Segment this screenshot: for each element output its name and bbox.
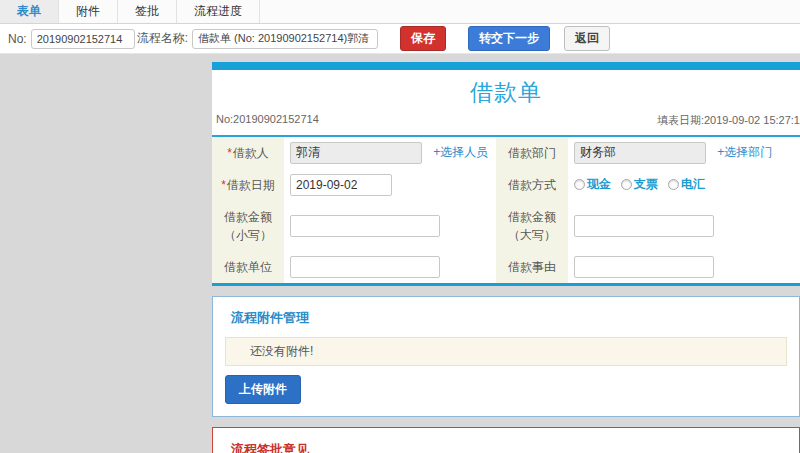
form-fill-date: 填表日期:2019-09-02 15:27:1 bbox=[657, 113, 800, 128]
radio-circle-icon bbox=[574, 179, 585, 190]
process-name-label: 流程名称: bbox=[137, 30, 188, 47]
radio-wire-transfer[interactable]: 电汇 bbox=[668, 176, 705, 193]
department-input[interactable] bbox=[574, 142, 706, 164]
radio-circle-icon bbox=[668, 179, 679, 190]
no-input[interactable] bbox=[31, 29, 135, 49]
tab-bar: 表单 附件 签批 流程进度 bbox=[0, 0, 800, 24]
borrow-method-radios: 现金 支票 电汇 bbox=[574, 176, 705, 193]
attachment-panel: 流程附件管理 还没有附件! 上传附件 bbox=[212, 296, 800, 417]
tab-process-progress[interactable]: 流程进度 bbox=[177, 0, 260, 23]
table-row: 借款单位 借款事由 bbox=[212, 251, 800, 285]
unit-label-cell: 借款单位 bbox=[212, 251, 284, 285]
radio-circle-icon bbox=[621, 179, 632, 190]
borrower-input[interactable] bbox=[290, 142, 422, 164]
process-name-input[interactable] bbox=[192, 29, 378, 49]
amount-lowercase-input[interactable] bbox=[290, 215, 440, 237]
save-button[interactable]: 保存 bbox=[400, 26, 446, 51]
table-row: *借款人 +选择人员 借款部门 +选择部门 bbox=[212, 136, 800, 169]
loan-form-panel: 借款单 No:20190902152714 填表日期:2019-09-02 15… bbox=[212, 62, 800, 286]
action-toolbar: No: 流程名称: 保存 转交下一步 返回 bbox=[0, 24, 800, 54]
panel-accent-bar bbox=[212, 62, 800, 70]
form-number: No:20190902152714 bbox=[216, 113, 319, 128]
required-mark: * bbox=[227, 146, 232, 160]
select-department-link[interactable]: +选择部门 bbox=[717, 145, 772, 159]
method-label-cell: 借款方式 bbox=[496, 169, 568, 201]
date-label-cell: *借款日期 bbox=[212, 169, 284, 201]
loan-form-table: *借款人 +选择人员 借款部门 +选择部门 bbox=[212, 135, 800, 286]
borrow-reason-input[interactable] bbox=[574, 256, 714, 278]
main-area: 借款单 No:20190902152714 填表日期:2019-09-02 15… bbox=[0, 54, 800, 453]
radio-cheque[interactable]: 支票 bbox=[621, 176, 658, 193]
no-label: No: bbox=[8, 32, 27, 46]
amount-uppercase-input[interactable] bbox=[574, 215, 714, 237]
amount-upper-label-cell: 借款金额（大写） bbox=[496, 201, 568, 251]
no-attachment-message: 还没有附件! bbox=[225, 337, 787, 366]
back-button[interactable]: 返回 bbox=[564, 26, 610, 51]
select-person-link[interactable]: +选择人员 bbox=[433, 145, 488, 159]
attachment-heading: 流程附件管理 bbox=[231, 309, 787, 327]
table-row: *借款日期 借款方式 现金 bbox=[212, 169, 800, 201]
borrower-label-cell: *借款人 bbox=[212, 136, 284, 169]
form-meta-row: No:20190902152714 填表日期:2019-09-02 15:27:… bbox=[212, 113, 800, 135]
tab-attachment[interactable]: 附件 bbox=[59, 0, 118, 23]
approval-panel: 流程签批意见 B I abc ✎ ∞ ∞ ⚑ bbox=[212, 427, 800, 453]
tab-approval[interactable]: 签批 bbox=[118, 0, 177, 23]
required-mark: * bbox=[221, 178, 226, 192]
tab-form[interactable]: 表单 bbox=[0, 0, 59, 23]
borrow-unit-input[interactable] bbox=[290, 256, 440, 278]
reason-label-cell: 借款事由 bbox=[496, 251, 568, 285]
borrow-date-input[interactable] bbox=[290, 174, 392, 196]
radio-cash[interactable]: 现金 bbox=[574, 176, 611, 193]
forward-next-step-button[interactable]: 转交下一步 bbox=[468, 26, 550, 51]
upload-attachment-button[interactable]: 上传附件 bbox=[225, 375, 301, 404]
form-title: 借款单 bbox=[212, 79, 800, 107]
approval-heading: 流程签批意见 bbox=[231, 441, 787, 453]
amount-lower-label-cell: 借款金额（小写） bbox=[212, 201, 284, 251]
department-label-cell: 借款部门 bbox=[496, 136, 568, 169]
table-row: 借款金额（小写） 借款金额（大写） bbox=[212, 201, 800, 251]
